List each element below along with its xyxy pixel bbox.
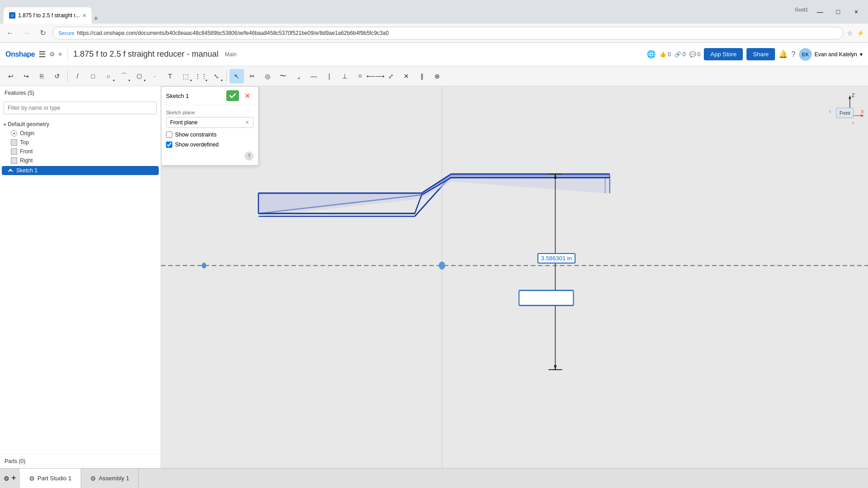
app-store-button[interactable]: App Store — [704, 48, 743, 60]
hamburger-menu[interactable]: ☰ — [39, 49, 46, 59]
minimize-button[interactable]: — — [812, 6, 828, 18]
share-button[interactable]: Share — [746, 48, 775, 60]
browser-tab[interactable]: O 1.875 f to 2.5 f straight r... × — [4, 7, 92, 24]
sketch-panel-title: Sketch 1 — [166, 93, 189, 99]
coincident-tool[interactable]: ⊕ — [430, 69, 444, 83]
show-overdefined-checkbox[interactable] — [166, 142, 172, 148]
viewport[interactable]: Front — [161, 86, 868, 468]
sketch1-label: Sketch 1 — [16, 167, 38, 174]
bookmark-icon[interactable]: ☆ — [847, 29, 853, 37]
sketch-fillet-tool[interactable]: ⌟ — [291, 69, 306, 83]
address-bar: ← → ↻ Secure https://cad.onshape.com/doc… — [0, 24, 868, 43]
undo-button[interactable]: ↩ — [4, 69, 18, 83]
close-window-button[interactable]: × — [848, 6, 864, 18]
toolbar-right: 🌐 👍 0 🔗 0 💬 0 App Store Share 🔔 ? EK Eva… — [647, 48, 863, 61]
forward-button[interactable]: → — [20, 27, 33, 39]
horizontal-tool[interactable]: ⟵⟶ — [368, 69, 383, 83]
feature-top[interactable]: Top — [0, 138, 161, 147]
offset-tool[interactable]: ⬚▾ — [178, 69, 193, 83]
user-avatar: EK — [799, 48, 812, 61]
onshape-logo[interactable]: Onshape — [5, 50, 35, 59]
feature-origin[interactable]: ● Origin — [0, 129, 161, 138]
help-icon[interactable]: ? — [791, 50, 795, 59]
polygon-tool[interactable]: ⬡▾ — [132, 69, 146, 83]
spline-tool[interactable]: 〜 — [276, 69, 290, 83]
parallel-tool[interactable]: ∥ — [414, 69, 429, 83]
redo-button[interactable]: ↪ — [19, 69, 34, 83]
tab-favicon: O — [9, 12, 15, 19]
extend-tool[interactable]: — — [307, 69, 321, 83]
user-info[interactable]: EK Evan and Katelyn ▾ — [799, 48, 863, 61]
feature-right[interactable]: Right — [0, 156, 161, 165]
tab-close-button[interactable]: × — [83, 12, 86, 19]
windows-controls: Gust1 — □ × — [793, 6, 864, 18]
svg-text:Front: Front — [839, 111, 850, 116]
dimension-input[interactable]: 3.586301 in — [537, 253, 575, 264]
notifications-icon[interactable]: 🔔 — [779, 50, 788, 59]
bottom-settings-icon[interactable]: ⚙ — [4, 475, 10, 482]
sketch-plane-value: Front plane — [170, 119, 198, 126]
assembly-tab[interactable]: ⚙ Assembly 1 — [81, 468, 139, 488]
select-tool[interactable]: ↖ — [229, 69, 244, 83]
like-count[interactable]: 👍 0 — [659, 51, 671, 58]
address-input[interactable]: Secure https://cad.onshape.com/documents… — [53, 27, 844, 39]
comment-icon: 💬 — [689, 51, 696, 58]
url-text: https://cad.onshape.com/documents/b40c8e… — [77, 30, 389, 36]
point-tool[interactable]: · — [147, 69, 162, 83]
feature-sketch1[interactable]: Sketch 1 — [2, 166, 159, 175]
default-geometry-header[interactable]: ▾ Default geometry — [0, 120, 161, 129]
globe-icon[interactable]: 🌐 — [647, 50, 656, 59]
toolbar-extra-icon[interactable]: ≡ — [59, 51, 62, 58]
feature-panel: Features (5) ▾ Default geometry ● Origin… — [0, 86, 161, 468]
sketch-cancel-button[interactable]: ✕ — [241, 90, 254, 101]
add-tab-button[interactable]: + — [11, 473, 16, 483]
filter-input[interactable] — [4, 102, 157, 114]
sketch-panel-header: Sketch 1 ✕ — [161, 87, 258, 105]
text-tool[interactable]: T — [163, 69, 177, 83]
maximize-button[interactable]: □ — [830, 6, 846, 18]
new-tab-button[interactable]: + — [93, 14, 98, 24]
feature-front[interactable]: Front — [0, 147, 161, 156]
dimension-tool[interactable]: ⤢ — [384, 69, 398, 83]
show-overdefined-label: Show overdefined — [175, 142, 219, 148]
svg-text:Z: Z — [852, 93, 855, 98]
link-count[interactable]: 🔗 0 — [674, 51, 686, 58]
toolbar-settings-icon[interactable]: ⚙ — [49, 51, 55, 58]
part-studio-tab[interactable]: ⚙ Part Studio 1 — [20, 468, 81, 488]
show-overdefined-check[interactable]: Show overdefined — [166, 142, 254, 148]
help-circle-icon[interactable]: ? — [244, 151, 254, 161]
show-constraints-check[interactable]: Show constraints — [166, 132, 254, 138]
comment-count[interactable]: 💬 0 — [689, 51, 701, 58]
perpendicular-tool[interactable]: ⊥ — [337, 69, 352, 83]
recreate-button[interactable]: ↺ — [50, 69, 64, 83]
back-button[interactable]: ← — [4, 27, 16, 39]
line-tool[interactable]: / — [70, 69, 85, 83]
fix-tool[interactable]: ✕ — [399, 69, 414, 83]
top-label: Top — [20, 139, 29, 146]
extensions-icon[interactable]: ⚡ — [857, 29, 864, 37]
copy-button[interactable]: ⎘ — [34, 69, 49, 83]
show-constraints-checkbox[interactable] — [166, 132, 172, 138]
equal-tool[interactable]: = — [353, 69, 367, 83]
mirror-tool[interactable]: ⤡▾ — [209, 69, 224, 83]
reload-button[interactable]: ↻ — [36, 27, 49, 39]
svg-text:›: › — [852, 119, 854, 126]
secure-icon: Secure — [59, 30, 74, 36]
circle-tool[interactable]: ○▾ — [101, 69, 116, 83]
sketch-plane-clear-icon[interactable]: ✕ — [245, 119, 249, 126]
features-header: Features (5) — [0, 86, 161, 100]
expand-chevron: ▾ — [4, 122, 6, 127]
user-profile-indicator: Gust1 — [793, 6, 810, 18]
view-cube[interactable]: Z X Front ‹ › — [827, 91, 863, 127]
pattern-tool[interactable]: ⋮⋮▾ — [194, 69, 208, 83]
rect-tool[interactable]: □ — [86, 69, 100, 83]
construction-tool[interactable]: ◎ — [260, 69, 275, 83]
cad-toolbar: ↩ ↪ ⎘ ↺ / □ ○▾ ⌒▾ ⬡▾ · T ⬚▾ ⋮⋮▾ ⤡▾ ↖ ✂ ◎… — [0, 66, 868, 86]
trim-tool[interactable]: ✂ — [245, 69, 259, 83]
right-label: Right — [20, 157, 33, 164]
sketch-ok-button[interactable] — [226, 90, 239, 101]
midpoint-tool[interactable]: | — [322, 69, 336, 83]
origin-label: Origin — [20, 130, 34, 137]
sketch-plane-select[interactable]: Front plane ✕ — [166, 117, 254, 128]
arc-tool[interactable]: ⌒▾ — [117, 69, 131, 83]
